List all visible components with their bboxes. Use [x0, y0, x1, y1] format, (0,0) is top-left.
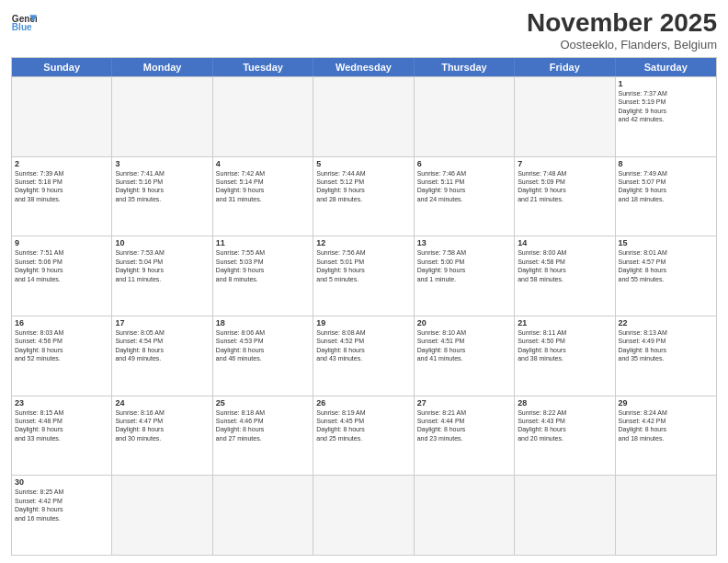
day-number: 8: [619, 159, 713, 168]
day-cell-18: 18Sunrise: 8:06 AM Sunset: 4:53 PM Dayli…: [213, 316, 313, 396]
empty-cell: [515, 476, 615, 555]
day-info: Sunrise: 7:55 AM Sunset: 5:03 PM Dayligh…: [216, 248, 310, 283]
day-cell-10: 10Sunrise: 7:53 AM Sunset: 5:04 PM Dayli…: [112, 236, 212, 316]
day-cell-25: 25Sunrise: 8:18 AM Sunset: 4:46 PM Dayli…: [213, 396, 313, 476]
day-number: 24: [115, 398, 209, 408]
subtitle: Oosteeklo, Flanders, Belgium: [527, 38, 717, 52]
empty-cell: [415, 476, 515, 555]
day-number: 9: [15, 238, 108, 247]
day-info: Sunrise: 8:00 AM Sunset: 4:58 PM Dayligh…: [518, 248, 611, 283]
day-number: 20: [417, 318, 511, 327]
day-info: Sunrise: 8:24 AM Sunset: 4:42 PM Dayligh…: [619, 408, 713, 443]
day-info: Sunrise: 7:51 AM Sunset: 5:06 PM Dayligh…: [15, 248, 108, 283]
empty-cell: [313, 476, 414, 555]
day-cell-21: 21Sunrise: 8:11 AM Sunset: 4:50 PM Dayli…: [515, 316, 615, 396]
day-cell-26: 26Sunrise: 8:19 AM Sunset: 4:45 PM Dayli…: [313, 396, 414, 476]
day-number: 3: [115, 159, 209, 168]
day-cell-30: 30Sunrise: 8:25 AM Sunset: 4:42 PM Dayli…: [12, 476, 112, 555]
day-info: Sunrise: 8:18 AM Sunset: 4:46 PM Dayligh…: [216, 408, 310, 443]
day-info: Sunrise: 8:19 AM Sunset: 4:45 PM Dayligh…: [316, 408, 410, 443]
day-cell-16: 16Sunrise: 8:03 AM Sunset: 4:56 PM Dayli…: [12, 316, 112, 396]
calendar-body: 1Sunrise: 7:37 AM Sunset: 5:19 PM Daylig…: [12, 76, 716, 555]
week-row-4: 23Sunrise: 8:15 AM Sunset: 4:48 PM Dayli…: [12, 396, 716, 476]
day-info: Sunrise: 8:05 AM Sunset: 4:54 PM Dayligh…: [115, 328, 209, 363]
day-info: Sunrise: 8:16 AM Sunset: 4:47 PM Dayligh…: [115, 408, 209, 443]
calendar: SundayMondayTuesdayWednesdayThursdayFrid…: [11, 57, 717, 556]
day-number: 2: [15, 159, 108, 168]
day-cell-23: 23Sunrise: 8:15 AM Sunset: 4:48 PM Dayli…: [12, 396, 112, 476]
empty-cell: [213, 476, 313, 555]
day-cell-5: 5Sunrise: 7:44 AM Sunset: 5:12 PM Daylig…: [313, 157, 414, 236]
empty-cell: [112, 77, 212, 156]
title-area: November 2025 Oosteeklo, Flanders, Belgi…: [527, 9, 717, 52]
day-number: 11: [216, 238, 310, 247]
day-info: Sunrise: 8:15 AM Sunset: 4:48 PM Dayligh…: [15, 408, 108, 443]
empty-cell: [12, 77, 112, 156]
day-number: 29: [619, 398, 713, 408]
day-cell-7: 7Sunrise: 7:48 AM Sunset: 5:09 PM Daylig…: [515, 157, 615, 236]
day-cell-12: 12Sunrise: 7:56 AM Sunset: 5:01 PM Dayli…: [313, 236, 414, 316]
header-saturday: Saturday: [616, 58, 716, 76]
day-number: 25: [216, 398, 310, 408]
empty-cell: [313, 77, 414, 156]
logo: General Blue: [11, 9, 37, 35]
week-row-1: 2Sunrise: 7:39 AM Sunset: 5:18 PM Daylig…: [12, 156, 716, 236]
day-number: 21: [518, 318, 611, 327]
day-info: Sunrise: 7:46 AM Sunset: 5:11 PM Dayligh…: [417, 169, 511, 204]
day-number: 5: [316, 159, 410, 168]
day-cell-15: 15Sunrise: 8:01 AM Sunset: 4:57 PM Dayli…: [616, 236, 716, 316]
day-cell-19: 19Sunrise: 8:08 AM Sunset: 4:52 PM Dayli…: [313, 316, 414, 396]
header-tuesday: Tuesday: [213, 58, 313, 76]
day-number: 14: [518, 238, 611, 247]
day-number: 26: [316, 398, 410, 408]
header-monday: Monday: [112, 58, 212, 76]
day-number: 4: [216, 159, 310, 168]
day-cell-9: 9Sunrise: 7:51 AM Sunset: 5:06 PM Daylig…: [12, 236, 112, 316]
day-cell-2: 2Sunrise: 7:39 AM Sunset: 5:18 PM Daylig…: [12, 157, 112, 236]
day-cell-6: 6Sunrise: 7:46 AM Sunset: 5:11 PM Daylig…: [415, 157, 515, 236]
day-info: Sunrise: 7:37 AM Sunset: 5:19 PM Dayligh…: [619, 89, 713, 124]
svg-text:Blue: Blue: [12, 22, 32, 32]
day-number: 27: [417, 398, 511, 408]
day-cell-8: 8Sunrise: 7:49 AM Sunset: 5:07 PM Daylig…: [616, 157, 716, 236]
day-number: 15: [619, 238, 713, 247]
day-number: 10: [115, 238, 209, 247]
empty-cell: [213, 77, 313, 156]
day-cell-14: 14Sunrise: 8:00 AM Sunset: 4:58 PM Dayli…: [515, 236, 615, 316]
day-number: 6: [417, 159, 511, 168]
week-row-0: 1Sunrise: 7:37 AM Sunset: 5:19 PM Daylig…: [12, 76, 716, 156]
day-number: 19: [316, 318, 410, 327]
day-info: Sunrise: 8:21 AM Sunset: 4:44 PM Dayligh…: [417, 408, 511, 443]
day-cell-3: 3Sunrise: 7:41 AM Sunset: 5:16 PM Daylig…: [112, 157, 212, 236]
day-info: Sunrise: 7:39 AM Sunset: 5:18 PM Dayligh…: [15, 169, 108, 204]
day-cell-11: 11Sunrise: 7:55 AM Sunset: 5:03 PM Dayli…: [213, 236, 313, 316]
day-cell-22: 22Sunrise: 8:13 AM Sunset: 4:49 PM Dayli…: [616, 316, 716, 396]
day-number: 23: [15, 398, 108, 408]
day-cell-27: 27Sunrise: 8:21 AM Sunset: 4:44 PM Dayli…: [415, 396, 515, 476]
week-row-5: 30Sunrise: 8:25 AM Sunset: 4:42 PM Dayli…: [12, 475, 716, 555]
day-info: Sunrise: 8:06 AM Sunset: 4:53 PM Dayligh…: [216, 328, 310, 363]
day-cell-4: 4Sunrise: 7:42 AM Sunset: 5:14 PM Daylig…: [213, 157, 313, 236]
day-info: Sunrise: 7:44 AM Sunset: 5:12 PM Dayligh…: [316, 169, 410, 204]
day-info: Sunrise: 7:53 AM Sunset: 5:04 PM Dayligh…: [115, 248, 209, 283]
day-number: 28: [518, 398, 611, 408]
day-cell-20: 20Sunrise: 8:10 AM Sunset: 4:51 PM Dayli…: [415, 316, 515, 396]
day-number: 1: [619, 79, 713, 88]
day-info: Sunrise: 8:13 AM Sunset: 4:49 PM Dayligh…: [619, 328, 713, 363]
empty-cell: [112, 476, 212, 555]
day-info: Sunrise: 7:56 AM Sunset: 5:01 PM Dayligh…: [316, 248, 410, 283]
empty-cell: [415, 77, 515, 156]
day-info: Sunrise: 8:11 AM Sunset: 4:50 PM Dayligh…: [518, 328, 611, 363]
header: General Blue November 2025 Oosteeklo, Fl…: [11, 9, 717, 52]
day-number: 17: [115, 318, 209, 327]
header-wednesday: Wednesday: [313, 58, 414, 76]
day-cell-29: 29Sunrise: 8:24 AM Sunset: 4:42 PM Dayli…: [616, 396, 716, 476]
logo-icon: General Blue: [11, 9, 37, 35]
day-number: 22: [619, 318, 713, 327]
day-info: Sunrise: 8:25 AM Sunset: 4:42 PM Dayligh…: [15, 488, 108, 523]
day-info: Sunrise: 8:03 AM Sunset: 4:56 PM Dayligh…: [15, 328, 108, 363]
day-number: 30: [15, 477, 108, 487]
day-number: 18: [216, 318, 310, 327]
day-info: Sunrise: 7:48 AM Sunset: 5:09 PM Dayligh…: [518, 169, 611, 204]
day-number: 16: [15, 318, 108, 327]
